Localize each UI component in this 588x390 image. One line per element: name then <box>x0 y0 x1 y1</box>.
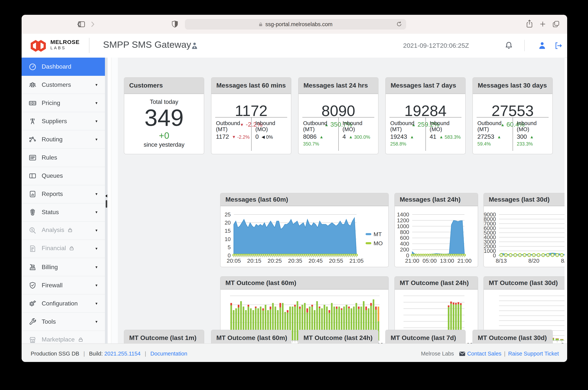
customers-icon <box>28 81 37 89</box>
stat-change: +0 <box>159 131 169 141</box>
chevron-down-icon: ▼ <box>95 265 98 269</box>
forward-icon[interactable] <box>88 20 97 28</box>
chevron-down-icon: ▼ <box>95 320 98 324</box>
sidebar-item-routing[interactable]: Routing▼ <box>22 131 105 149</box>
card-title: Customers <box>124 78 204 94</box>
app-header: MELROSE LABS SMPP SMS Gateway 2021-09-12… <box>22 34 567 58</box>
sidebar-item-financial[interactable]: $Financial ▼ <box>22 240 105 258</box>
sidebar-item-rules[interactable]: Rules <box>22 149 105 167</box>
stat-sub-inbound: Inbound (MO) 41 ▲ 583.3% <box>425 117 461 151</box>
sidebar-item-suppliers[interactable]: Suppliers▼ <box>22 112 105 131</box>
rules-icon <box>28 153 37 162</box>
privacy-shield-icon[interactable] <box>171 20 179 28</box>
sidebar-item-label: Billing <box>42 264 58 270</box>
sidebar-item-label: Configuration <box>42 300 78 307</box>
svg-text:400: 400 <box>400 241 409 247</box>
svg-text:20:05: 20:05 <box>226 257 241 264</box>
raise-support-ticket-link[interactable]: Raise Support Ticket <box>508 351 559 357</box>
sidebar-item-label: Status <box>42 209 59 216</box>
chevron-down-icon: ▼ <box>95 192 98 196</box>
sidebar-item-tools[interactable]: Tools▼ <box>22 313 105 331</box>
svg-text:$: $ <box>31 228 33 232</box>
sidebar-item-queues[interactable]: Queues <box>22 167 105 185</box>
sidebar-item-billing[interactable]: Billing▼ <box>22 258 105 276</box>
sidebar-collapse-icon[interactable] <box>105 195 107 197</box>
sidebar-item-label: Suppliers <box>42 118 67 125</box>
svg-text:1000: 1000 <box>397 223 409 229</box>
svg-text:10: 10 <box>225 236 231 242</box>
area-chart-area60-card: Messages (last 60m) 051015202520:0520:15… <box>220 193 389 267</box>
svg-text:800: 800 <box>400 229 409 235</box>
back-icon[interactable] <box>75 20 83 28</box>
card-title: MT Outcome (last 7d) <box>386 330 465 343</box>
mt-outcome-card-3: MT Outcome (last 7d) <box>385 330 466 343</box>
sidebar-scrollbar-thumb[interactable] <box>105 200 107 208</box>
melrose-labs-logo <box>28 36 48 56</box>
stat-value: 27553 <box>492 102 534 119</box>
account-icon[interactable] <box>538 41 547 50</box>
svg-text:20:55: 20:55 <box>329 257 343 264</box>
sidebar-item-reports[interactable]: Reports▼ <box>22 185 105 203</box>
card-title: MT Outcome (last 60m) <box>211 330 291 343</box>
sidebar-item-firewall[interactable]: Firewall▼ <box>22 276 105 294</box>
mt-outcome-card-4: MT Outcome (last 30d) <box>472 330 553 343</box>
stat-value: 349 <box>144 105 184 131</box>
lock-icon <box>259 22 263 27</box>
area-chart-area30-card: Messages (last 30d) 01000200030004000500… <box>483 193 565 267</box>
sidebar-item-label: Dashboard <box>42 63 71 70</box>
chevron-down-icon: ▼ <box>95 210 98 214</box>
svg-text:21:00: 21:00 <box>457 257 471 264</box>
svg-text:8/13: 8/13 <box>496 257 507 264</box>
sidebar-item-status[interactable]: Status▼ <box>22 203 105 222</box>
svg-text:20:25: 20:25 <box>268 257 282 264</box>
stat-card-4: Messages last 30 days 27553 ▲ 60.4% Outb… <box>472 77 553 154</box>
contact-sales-link[interactable]: Contact Sales <box>467 351 501 357</box>
url-bar[interactable]: ssg-portal.melroselabs.com <box>185 19 406 30</box>
user-role-icon[interactable] <box>190 41 199 50</box>
locked-feature-icon <box>78 337 83 344</box>
routing-icon <box>28 135 37 144</box>
firewall-icon <box>28 281 37 289</box>
sidebar-item-analysis[interactable]: $Analysis ▼ <box>22 222 105 240</box>
stat-sub-outbound: Outbound (MT) 19243 ▲ 258.8% <box>390 117 425 151</box>
chevron-down-icon: ▼ <box>95 247 98 251</box>
chevron-down-icon: ▼ <box>95 302 98 305</box>
area-chart-area24-card: Messages (last 24h) 02004006008001000120… <box>394 193 478 267</box>
logout-icon[interactable] <box>554 41 563 50</box>
stat-sub-outbound: Outbound (MT) 1172 ▼ -2.2% <box>215 117 251 151</box>
sidebar-nav: DashboardCustomers▼Pricing▼Suppliers▼Rou… <box>22 58 105 343</box>
card-title: Messages last 30 days <box>473 78 552 94</box>
svg-text:1400: 1400 <box>397 211 409 218</box>
sidebar-item-pricing[interactable]: Pricing▼ <box>22 94 105 112</box>
card-title: MT Outcome (last 24h) <box>299 330 378 343</box>
share-icon[interactable] <box>526 19 534 28</box>
page-title: SMPP SMS Gateway <box>103 39 191 50</box>
documentation-link[interactable]: Documentation <box>150 351 187 357</box>
svg-text:15: 15 <box>225 228 231 234</box>
stat-value: 1172 <box>235 102 268 119</box>
svg-text:20:35: 20:35 <box>288 257 302 264</box>
new-tab-icon[interactable] <box>539 20 546 28</box>
sidebar-item-customers[interactable]: Customers▼ <box>22 76 105 94</box>
card-title: MT Outcome (last 60m) <box>221 277 388 290</box>
sidebar-item-dashboard[interactable]: Dashboard <box>22 58 105 76</box>
sidebar-item-label: Reports <box>42 191 63 197</box>
analysis-icon: $ <box>28 226 37 235</box>
tab-overview-icon[interactable] <box>552 20 560 28</box>
stat-top-label: Total today <box>150 98 178 105</box>
sidebar-item-label: Analysis <box>42 227 73 234</box>
sidebar-item-configuration[interactable]: Configuration▼ <box>22 294 105 313</box>
status-icon <box>28 208 37 217</box>
build-version-link[interactable]: 2021.255.1154 <box>104 351 140 357</box>
stat-card-0: Customers Total today 349 +0 since yeste… <box>124 77 204 154</box>
reload-icon[interactable] <box>396 21 402 27</box>
locked-feature-icon <box>67 228 73 234</box>
sidebar-item-label: Tools <box>42 318 56 325</box>
svg-text:20: 20 <box>225 220 231 226</box>
screen: ssg-portal.melroselabs.com MELROSE LABS … <box>0 0 588 390</box>
brand-labs: LABS <box>50 46 80 50</box>
svg-text:600: 600 <box>400 235 409 241</box>
sidebar-item-label: Pricing <box>42 99 60 106</box>
stat-card-body: Total today 349 +0 since yesterday <box>124 94 204 154</box>
notifications-bell-icon[interactable] <box>504 41 513 50</box>
